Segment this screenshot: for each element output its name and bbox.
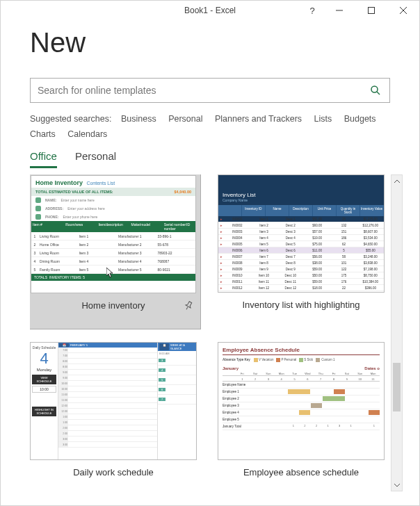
help-button[interactable]: ? — [302, 1, 322, 20]
minimize-button[interactable] — [323, 1, 355, 20]
pin-icon — [184, 301, 193, 311]
template-card-daily-schedule[interactable]: Daily Schedule 4 Monday VIEW SCHEDULE 10… — [30, 342, 197, 491]
suggested-link-business[interactable]: Business — [121, 114, 156, 124]
template-thumbnail: Daily Schedule 4 Monday VIEW SCHEDULE 10… — [30, 342, 197, 460]
window-controls — [323, 1, 419, 20]
scrollbar-thumb[interactable] — [393, 363, 401, 411]
chevron-up-icon — [394, 179, 400, 184]
template-thumbnail: Employee Absence Schedule Absence Type K… — [218, 342, 385, 460]
suggested-link-charts[interactable]: Charts — [30, 129, 56, 139]
scroll-down-button[interactable] — [391, 479, 402, 491]
svg-point-4 — [371, 86, 378, 92]
search-icon — [370, 85, 381, 96]
titlebar: Book1 - Excel ? — [1, 1, 419, 20]
suggested-label: Suggested searches: — [30, 114, 111, 124]
suggested-link-budgets[interactable]: Budgets — [344, 114, 376, 124]
scroll-up-button[interactable] — [391, 175, 402, 187]
template-caption: Home inventory — [81, 300, 145, 311]
suggested-link-planners[interactable]: Planners and Trackers — [215, 114, 302, 124]
close-button[interactable] — [387, 1, 419, 20]
template-caption: Daily work schedule — [73, 467, 154, 478]
gallery-scrollbar[interactable] — [391, 174, 403, 491]
svg-line-5 — [377, 92, 380, 95]
chevron-down-icon — [394, 482, 400, 488]
suggested-link-calendars[interactable]: Calendars — [67, 129, 107, 139]
svg-rect-1 — [369, 8, 375, 14]
maximize-button[interactable] — [355, 1, 387, 20]
template-caption: Inventory list with highlighting — [242, 300, 360, 310]
suggested-searches: Suggested searches: Business Personal Pl… — [30, 111, 390, 142]
search-box — [30, 78, 390, 103]
template-thumbnail: Home Inventory Contents List TOTAL ESTIM… — [31, 175, 196, 293]
search-input[interactable] — [31, 79, 362, 102]
template-thumbnail: Inventory List Company Name Inventory ID… — [218, 174, 385, 293]
template-caption: Employee absence schedule — [243, 467, 359, 478]
template-card-employee-absence[interactable]: Employee Absence Schedule Absence Type K… — [218, 342, 385, 491]
suggested-link-personal[interactable]: Personal — [168, 114, 202, 124]
template-card-inventory-list[interactable]: Inventory List Company Name Inventory ID… — [218, 174, 385, 325]
tab-office[interactable]: Office — [30, 150, 57, 168]
pin-button[interactable] — [182, 300, 195, 312]
template-source-tabs: Office Personal — [30, 150, 390, 169]
template-card-home-inventory[interactable]: Home Inventory Contents List TOTAL ESTIM… — [30, 174, 201, 329]
search-button[interactable] — [362, 79, 389, 102]
template-gallery: Home Inventory Contents List TOTAL ESTIM… — [30, 174, 385, 491]
window-title: Book1 - Excel — [184, 6, 236, 15]
page-title: New — [30, 27, 419, 58]
suggested-link-lists[interactable]: Lists — [314, 114, 332, 124]
tab-personal[interactable]: Personal — [75, 150, 116, 168]
